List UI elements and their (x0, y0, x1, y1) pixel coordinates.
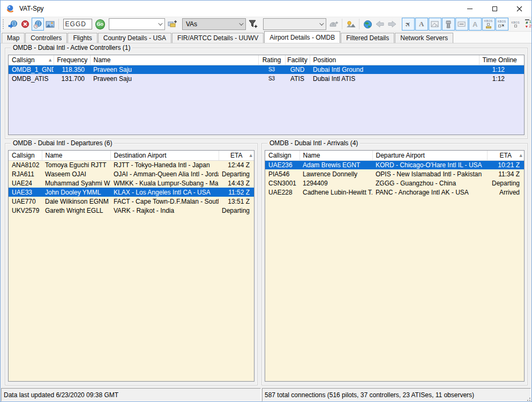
auto-update-button[interactable] (32, 18, 44, 31)
chevron-down-icon: ▼ (526, 21, 529, 24)
column-header-eta[interactable]: ETA▲ (219, 151, 254, 160)
close-button[interactable] (507, 1, 531, 17)
back-button[interactable] (374, 18, 386, 31)
tab-airport-details-omdb[interactable]: Airport Details - OMDB (264, 31, 340, 43)
table-cell: PANC - Anchorage Intl AK - USA (372, 188, 487, 197)
status-connections: 587 total connections (516 pilots, 37 co… (262, 388, 531, 401)
table-cell: 13:51 Z (219, 197, 254, 206)
download-data-button[interactable] (7, 18, 19, 31)
sort-ascending-icon: ▲ (520, 153, 522, 158)
tab-map[interactable]: Map (2, 33, 25, 43)
table-cell: VARK - Rajkot - India (110, 206, 219, 215)
table-cell: UAE236 (265, 160, 299, 169)
toggle-towers-button[interactable] (442, 18, 455, 31)
table-cell: Muhammad Syahmi W... (42, 178, 110, 188)
column-header-callsign[interactable]: Callsign (265, 151, 299, 160)
toggle-airport-plain-button[interactable]: KBOS (509, 18, 522, 31)
sort-ascending-icon: ▲ (49, 58, 51, 62)
toggle-map-windows-button[interactable] (429, 18, 441, 31)
table-row[interactable]: OMDB_1_GND118.350Praveen SajuS3GNDDubai … (9, 65, 524, 74)
toolbar-grip[interactable] (3, 19, 4, 29)
departures-list[interactable]: CallsignNameDestination AirportETA▲ANA81… (8, 150, 254, 382)
stop-button[interactable] (19, 18, 32, 31)
toggle-airport-text-button[interactable]: KBOS (482, 18, 495, 31)
table-row[interactable]: UAE228Cadhene Lubin-Hewitt T...PANC - An… (265, 188, 524, 197)
close-icon (516, 6, 522, 12)
arrivals-title: OMDB - Dubai Intl - Arrivals (4) (267, 139, 360, 147)
column-header-time-online[interactable]: Time Online (479, 55, 524, 65)
toggle-plane-labels-button[interactable]: A (415, 18, 428, 31)
toggle-towers-icon (445, 20, 452, 28)
column-header-eta[interactable]: ETA▲ (487, 151, 524, 160)
go-button[interactable]: Go (95, 19, 105, 29)
column-header-facility[interactable]: Facility (285, 55, 310, 65)
table-cell: Praveen Saju (90, 65, 258, 74)
add-filter-button[interactable] (247, 18, 259, 31)
minimize-button[interactable] (458, 1, 482, 17)
toggle-labels-button[interactable] (455, 18, 468, 31)
arrivals-list[interactable]: CallsignNameDeparture AirportETA▲UAE236A… (265, 150, 524, 382)
column-header-name[interactable]: Name (299, 151, 372, 160)
sort-ascending-icon: ▲ (250, 153, 252, 158)
column-header-callsign[interactable]: Callsign (9, 151, 42, 160)
column-header-frequency[interactable]: Frequency (54, 55, 90, 65)
active-controllers-list[interactable]: Callsign▲FrequencyNameRatingFacilityPosi… (8, 55, 524, 135)
vas-combo[interactable]: VAs (182, 18, 246, 30)
table-cell: UAE228 (265, 188, 299, 197)
table-cell: 10:21 Z (487, 160, 524, 169)
weather-button[interactable] (344, 18, 357, 31)
table-cell: Departing (219, 206, 254, 215)
tab-filtered-details[interactable]: Filtered Details (341, 33, 394, 43)
tab-network-servers[interactable]: Network Servers (395, 33, 453, 43)
screenshot-button[interactable] (44, 18, 56, 31)
table-cell: FACT - Cape Town-D.F.Malan - South Af... (110, 197, 219, 206)
table-row[interactable]: CSN30011294409ZGGG - Guangzhou - ChinaDe… (265, 178, 524, 188)
search-combo[interactable] (109, 18, 165, 30)
table-row[interactable]: PIA546Lawrence DonnellyOPIS - New Islama… (265, 169, 524, 178)
table-cell: OJAI - Amman-Queen Alia Intl - Jordan (110, 169, 219, 178)
column-header-destination-airport[interactable]: Destination Airport (110, 151, 219, 160)
table-row[interactable]: UKV2579Gareth Wright EGLLVARK - Rajkot -… (9, 206, 254, 215)
add-airport-button[interactable] (166, 18, 178, 31)
column-header-rating[interactable]: Rating (258, 55, 285, 65)
resize-grip[interactable] (525, 396, 530, 401)
title-bar[interactable]: VAT-Spy (1, 1, 531, 17)
table-cell: 11:52 Z (219, 188, 254, 197)
tab-controllers[interactable]: Controllers (25, 33, 67, 43)
toolbar-separator (58, 19, 59, 29)
globe-button[interactable] (362, 18, 374, 31)
tab-flights[interactable]: Flights (68, 33, 97, 43)
column-header-position[interactable]: Position (310, 55, 479, 65)
toolbar-overflow-button[interactable]: ▼ (525, 19, 529, 24)
tab-country-details-usa[interactable]: Country Details - USA (98, 33, 171, 43)
sort-down-icon: ▼ (525, 25, 529, 28)
toggle-airport-planes-button[interactable]: KBOS ✈ (496, 18, 508, 31)
column-header-departure-airport[interactable]: Departure Airport (372, 151, 487, 160)
table-cell: S3 (258, 74, 285, 83)
toggle-planes-button[interactable]: ✈ (402, 18, 415, 31)
table-row[interactable]: RJA611Waseem OJAIOJAI - Amman-Queen Alia… (9, 169, 254, 178)
filtered-combo[interactable] (263, 18, 327, 30)
minimize-icon (467, 9, 473, 9)
table-row[interactable]: UAE33John Dooley YMMLKLAX - Los Angeles … (9, 188, 254, 197)
chevron-down-icon (239, 21, 243, 25)
table-row[interactable]: UAE770Dale Wilkinson EGNMFACT - Cape Tow… (9, 197, 254, 206)
add-va-button[interactable] (327, 18, 340, 31)
tab-fir-artcc-details-uuwv[interactable]: FIR/ARTCC Details - UUWV (172, 33, 264, 43)
airport-input[interactable] (63, 19, 92, 29)
table-row[interactable]: UAE236Adam Brewis EGNTKORD - Chicago-O'H… (265, 160, 524, 169)
column-header-callsign[interactable]: Callsign▲ (9, 55, 54, 65)
list-view: CallsignNameDeparture AirportETA▲UAE236A… (265, 151, 524, 197)
column-header-name[interactable]: Name (42, 151, 110, 160)
forward-button[interactable] (386, 18, 399, 31)
column-header-name[interactable]: Name (90, 55, 258, 65)
filter-add-icon (249, 20, 258, 28)
table-row[interactable]: ANA8102Tomoya Eguchi RJTTRJTT - Tokyo-Ha… (9, 160, 254, 169)
table-row[interactable]: OMDB_ATIS131.700Praveen SajuS3ATISDubai … (9, 74, 524, 83)
maximize-button[interactable] (482, 1, 507, 17)
table-row[interactable]: UAE24Muhammad Syahmi W...WMKK - Kuala Lu… (9, 178, 254, 188)
table-cell: Arrived (487, 188, 524, 197)
vat-spy-window: VAT-Spy (0, 0, 532, 402)
toggle-names-button[interactable]: A (469, 18, 482, 31)
add-airport-icon (168, 20, 177, 28)
